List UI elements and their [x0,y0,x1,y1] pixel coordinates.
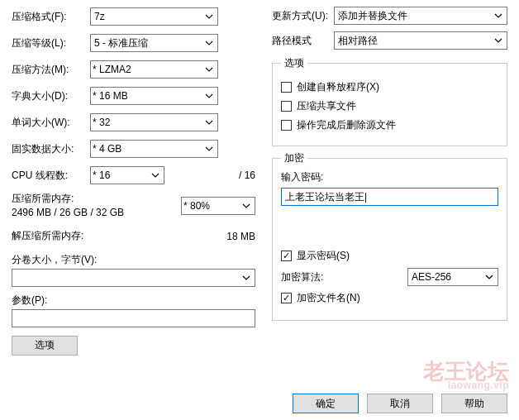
options-legend: 选项 [281,56,307,70]
password-label: 输入密码: [281,170,498,184]
show-password-checkbox[interactable] [281,251,292,261]
params-input[interactable] [12,309,255,327]
word-label: 单词大小(W): [12,116,90,130]
update-label: 更新方式(U): [272,9,334,23]
show-password-label: 显示密码(S) [297,249,350,263]
delete-label: 操作完成后删除源文件 [297,118,396,132]
format-select[interactable]: 7z [90,7,218,26]
path-select[interactable]: 相对路径 [334,31,507,50]
update-select[interactable]: 添加并替换文件 [334,7,507,25]
enc-names-label: 加密文件名(N) [297,291,360,305]
solid-select[interactable]: * 4 GB [90,140,218,158]
share-checkbox[interactable] [281,101,292,112]
enc-algo-select[interactable]: AES-256 [407,268,498,286]
solid-label: 固实数据大小: [12,142,90,156]
level-select[interactable]: 5 - 标准压缩 [90,34,218,52]
split-select[interactable] [12,269,255,287]
dict-label: 字典大小(D): [12,89,90,103]
level-label: 压缩等级(L): [12,36,90,50]
format-label: 压缩格式(F): [12,10,90,24]
split-label: 分卷大小，字节(V): [12,253,255,267]
enc-names-checkbox[interactable] [281,293,292,303]
sfx-label: 创建自释放程序(X) [297,80,379,94]
options-button[interactable]: 选项 [12,336,78,356]
share-label: 压缩共享文件 [297,99,356,113]
method-select[interactable]: * LZMA2 [90,60,218,79]
mem-compress-detail: 2496 MB / 26 GB / 32 GB [12,206,181,220]
encryption-group: 加密 输入密码: 显示密码(S) 加密算法: AES-256 加密文件名(N) [272,151,507,321]
options-group: 选项 创建自释放程序(X) 压缩共享文件 操作完成后删除源文件 [272,56,507,146]
dict-select[interactable]: * 16 MB [90,87,218,105]
watermark: 老王论坛 laowang.vip [423,360,509,390]
mem-compress-label: 压缩所需内存: [12,192,181,206]
threads-total: / 16 [218,169,255,181]
help-button[interactable]: 帮助 [441,394,507,413]
method-label: 压缩方法(M): [12,63,90,77]
sfx-checkbox[interactable] [281,82,292,93]
enc-algo-label: 加密算法: [281,270,407,284]
word-select[interactable]: * 32 [90,113,218,131]
mem-percent-select[interactable]: * 80% [181,197,255,215]
threads-select[interactable]: * 16 [90,166,164,184]
encryption-legend: 加密 [281,151,307,165]
password-input[interactable] [281,188,498,206]
ok-button[interactable]: 确定 [293,394,359,413]
path-label: 路径模式 [272,34,334,48]
cancel-button[interactable]: 取消 [367,394,433,413]
mem-decompress-value: 18 MB [206,231,255,242]
mem-decompress-label: 解压缩所需内存: [12,229,206,243]
params-label: 参数(P): [12,294,255,308]
threads-label: CPU 线程数: [12,169,90,183]
delete-checkbox[interactable] [281,120,292,131]
